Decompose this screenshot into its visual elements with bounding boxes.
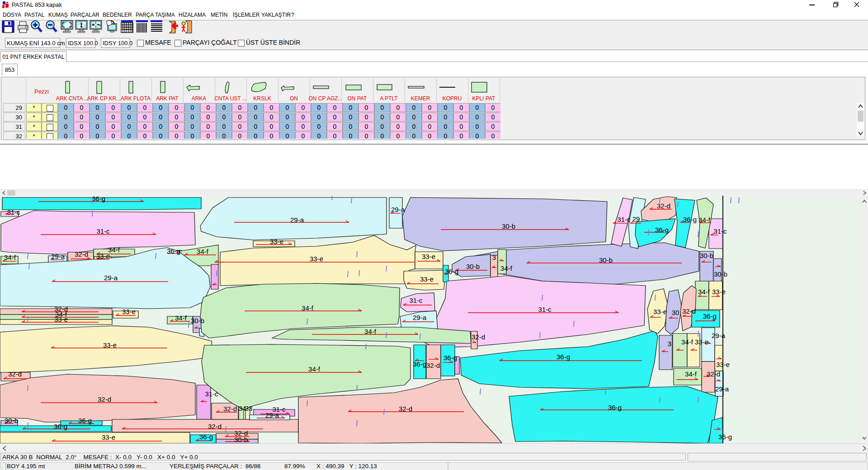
- svg-text:32-d: 32-d: [75, 250, 88, 258]
- svg-text:34-f: 34-f: [308, 365, 321, 373]
- svg-text:32-d: 32-d: [399, 405, 412, 413]
- svg-text:36-g: 36-g: [413, 360, 426, 368]
- svg-text:30-b: 30-b: [5, 417, 18, 424]
- svg-text:30-b: 30-b: [700, 252, 713, 259]
- svg-text:36-g: 36-g: [445, 268, 458, 275]
- svg-text:32-d: 32-d: [208, 423, 222, 430]
- svg-text:29-a: 29-a: [51, 253, 65, 260]
- svg-text:34-f: 34-f: [364, 328, 377, 335]
- svg-text:33-e: 33-e: [270, 238, 283, 245]
- svg-text:36-g: 36-g: [199, 433, 213, 441]
- svg-text:34-f: 34-f: [685, 370, 697, 378]
- svg-text:31-c: 31-c: [713, 227, 727, 235]
- svg-text:36-g: 36-g: [655, 226, 669, 234]
- svg-text:34-f: 34-f: [302, 304, 314, 312]
- svg-text:34-f: 34-f: [698, 216, 711, 224]
- svg-text:33-e: 33-e: [422, 253, 435, 260]
- svg-text:36-g: 36-g: [167, 247, 180, 255]
- svg-text:29-a: 29-a: [104, 274, 118, 282]
- svg-text:3: 3: [668, 340, 671, 348]
- svg-text:30-b: 30-b: [599, 256, 613, 264]
- svg-text:32-d: 32-d: [682, 307, 696, 315]
- svg-text:30-b: 30-b: [466, 263, 480, 270]
- svg-text:30-b: 30-b: [234, 436, 248, 443]
- svg-text:30-b: 30-b: [502, 222, 515, 230]
- svg-text:33-e: 33-e: [695, 338, 708, 346]
- svg-text:29-a: 29-a: [712, 332, 726, 339]
- svg-text:31-c: 31-c: [7, 208, 20, 216]
- svg-text:32-d: 32-d: [223, 405, 237, 413]
- svg-text:30: 30: [672, 309, 679, 316]
- svg-text:32-d: 32-d: [98, 395, 111, 403]
- svg-text:36-g: 36-g: [78, 417, 92, 424]
- svg-text:33-e: 33-e: [420, 275, 434, 283]
- svg-text:33-e: 33-e: [653, 308, 667, 315]
- svg-text:31-c: 31-c: [538, 306, 552, 313]
- svg-text:34-f: 34-f: [4, 254, 16, 261]
- svg-text:36-g: 36-g: [54, 423, 67, 430]
- svg-text:34-f: 34-f: [197, 248, 209, 255]
- svg-text:36-g: 36-g: [608, 404, 622, 411]
- svg-text:31-c: 31-c: [205, 390, 218, 398]
- svg-text:33-e: 33-e: [54, 315, 68, 323]
- svg-text:30-b: 30-b: [714, 270, 727, 278]
- svg-text:33-e: 33-e: [716, 361, 730, 368]
- svg-text:29: 29: [632, 215, 640, 223]
- svg-text:34-f: 34-f: [698, 288, 710, 296]
- svg-text:34-f: 34-f: [681, 338, 693, 346]
- svg-text:34-f: 34-f: [500, 264, 513, 272]
- svg-text:36-g: 36-g: [683, 216, 697, 223]
- svg-text:32-d: 32-d: [8, 370, 22, 378]
- svg-text:34-f: 34-f: [175, 314, 187, 322]
- svg-text:33: 33: [245, 404, 253, 412]
- svg-text:32-d: 32-d: [657, 202, 670, 210]
- svg-text:33-e: 33-e: [102, 433, 115, 441]
- svg-text:33-e: 33-e: [96, 252, 110, 260]
- svg-text:33-e: 33-e: [122, 308, 136, 315]
- svg-text:31-c: 31-c: [617, 216, 631, 223]
- svg-text:32-d: 32-d: [707, 370, 720, 378]
- svg-text:31-c: 31-c: [96, 227, 110, 235]
- svg-text:34-f: 34-f: [108, 246, 120, 254]
- svg-text:31-c: 31-c: [409, 296, 423, 304]
- svg-text:29-a: 29-a: [391, 206, 405, 213]
- svg-text:30-b: 30-b: [191, 317, 204, 324]
- svg-text:29-a: 29-a: [290, 216, 304, 224]
- svg-text:32-d: 32-d: [472, 333, 485, 341]
- svg-text:33-e: 33-e: [712, 288, 726, 296]
- svg-text:36-g: 36-g: [557, 353, 570, 361]
- svg-text:36-g: 36-g: [703, 312, 717, 320]
- svg-text:36-g: 36-g: [718, 433, 732, 441]
- svg-text:33-e: 33-e: [310, 255, 323, 263]
- svg-text:36-g: 36-g: [443, 354, 457, 362]
- svg-text:3: 3: [492, 254, 496, 261]
- svg-text:33-e: 33-e: [103, 341, 117, 349]
- svg-text:32-d: 32-d: [426, 362, 440, 369]
- svg-text:29-a: 29-a: [413, 314, 427, 321]
- svg-text:29-a: 29-a: [265, 411, 279, 419]
- svg-text:29-a: 29-a: [715, 385, 729, 393]
- svg-text:36-g: 36-g: [92, 196, 105, 202]
